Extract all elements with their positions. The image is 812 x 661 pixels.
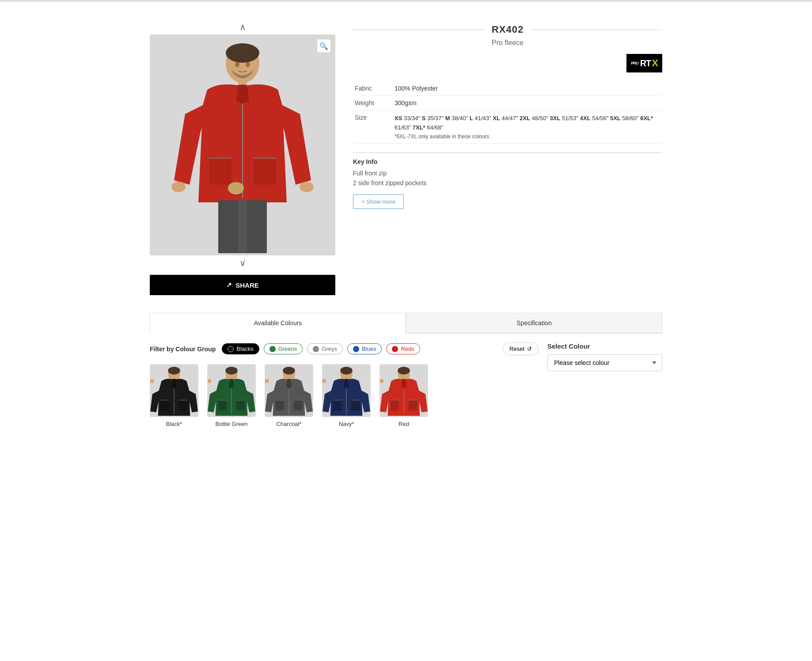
- product-name: Pro fleece: [353, 39, 662, 47]
- zoom-icon: 🔍: [319, 42, 328, 50]
- tabs-row: Available Colours Specification: [150, 313, 662, 334]
- svg-point-3: [235, 62, 239, 67]
- colours-section: Filter by Colour Group Blacks Greens Gre…: [150, 334, 662, 436]
- size-value: XS 33/34" S 35/37" M 38/40" L 41/43" XL …: [393, 110, 662, 144]
- colour-swatch: [207, 364, 256, 417]
- svg-rect-22: [161, 400, 170, 411]
- blues-label: Blues: [362, 346, 376, 352]
- key-info-section: Key Info Full front zip 2 side front zip…: [353, 152, 662, 209]
- svg-rect-31: [218, 400, 227, 411]
- colour-name: Black*: [166, 421, 182, 427]
- title-line-left: [353, 30, 485, 30]
- colour-name: Charcoal*: [276, 421, 301, 427]
- filter-btn-reds[interactable]: Reds: [386, 343, 420, 354]
- svg-rect-38: [265, 379, 269, 383]
- share-label: SHARE: [235, 281, 259, 289]
- colour-item[interactable]: Navy*: [322, 364, 371, 427]
- greens-dot: [269, 346, 276, 352]
- image-nav-down[interactable]: ∨: [237, 255, 248, 270]
- colour-name: Red: [398, 421, 409, 427]
- svg-rect-20: [150, 379, 154, 383]
- greys-label: Greys: [322, 346, 337, 352]
- svg-point-28: [225, 367, 237, 375]
- product-top-section: ∧ 🔍: [150, 11, 662, 304]
- reset-button[interactable]: Reset ↺: [503, 342, 539, 355]
- fabric-label: Fabric: [353, 81, 393, 96]
- blacks-label: Blacks: [236, 346, 253, 352]
- colour-swatch: [379, 364, 428, 417]
- key-info-title: Key Info: [353, 158, 662, 165]
- svg-rect-32: [236, 400, 245, 411]
- filter-btn-greens[interactable]: Greens: [264, 343, 303, 354]
- key-info-item-1: Full front zip: [353, 170, 662, 177]
- svg-rect-58: [391, 400, 399, 411]
- reds-dot: [392, 346, 398, 352]
- image-nav: ∧ 🔍: [150, 19, 335, 270]
- svg-point-19: [168, 367, 180, 375]
- svg-rect-56: [380, 379, 383, 383]
- show-more-button[interactable]: + Show more: [353, 194, 404, 209]
- zoom-button[interactable]: 🔍: [317, 39, 331, 53]
- blues-dot: [353, 346, 359, 352]
- greens-label: Greens: [278, 346, 297, 352]
- colour-name: Navy*: [339, 421, 354, 427]
- filter-row: Filter by Colour Group Blacks Greens Gre…: [150, 342, 539, 355]
- filter-label: Filter by Colour Group: [150, 346, 216, 353]
- svg-rect-41: [294, 400, 303, 411]
- brand-box: PRO RT X: [626, 54, 662, 72]
- colour-select-dropdown[interactable]: Please select colour Black* Bottle Green…: [547, 354, 662, 371]
- svg-rect-50: [351, 400, 360, 411]
- key-info-item-2: 2 side front zipped pockets: [353, 179, 662, 186]
- filter-btn-blues[interactable]: Blues: [347, 343, 382, 354]
- colour-item[interactable]: Bottle Green: [207, 364, 256, 427]
- fabric-row: Fabric 100% Polyester: [353, 81, 662, 96]
- svg-point-2: [226, 43, 259, 63]
- colour-swatch: [265, 364, 313, 417]
- svg-rect-47: [323, 379, 326, 383]
- share-button[interactable]: ↗ SHARE: [150, 275, 335, 295]
- filter-btn-greys[interactable]: Greys: [307, 343, 343, 354]
- svg-point-4: [246, 62, 250, 67]
- reds-label: Reds: [401, 346, 414, 352]
- svg-point-55: [398, 367, 410, 375]
- image-nav-up[interactable]: ∧: [237, 19, 248, 34]
- svg-rect-12: [218, 200, 238, 253]
- image-column: ∧ 🔍: [150, 19, 335, 295]
- colour-grid: Black* Bottle Green: [150, 364, 539, 427]
- brand-logo: PRO RT X: [353, 54, 662, 72]
- product-code: RX402: [485, 24, 531, 35]
- tab-specification[interactable]: Specification: [406, 313, 662, 333]
- svg-rect-40: [276, 400, 285, 411]
- brand-x-text: X: [652, 57, 658, 69]
- colour-name: Bottle Green: [216, 421, 248, 427]
- size-note: *6XL-7XL only available in these colours: [395, 133, 489, 140]
- main-product-image: 🔍: [150, 34, 335, 255]
- svg-rect-13: [247, 200, 267, 253]
- weight-row: Weight 300gsm: [353, 96, 662, 110]
- colour-swatch: [150, 364, 198, 417]
- reset-label: Reset: [509, 346, 524, 352]
- svg-rect-29: [208, 379, 211, 383]
- colour-item[interactable]: Black*: [150, 364, 198, 427]
- specs-table: Fabric 100% Polyester Weight 300gsm Size…: [353, 81, 662, 144]
- size-label: Size: [353, 110, 393, 144]
- blacks-dot: [228, 346, 234, 352]
- colour-swatch: [322, 364, 371, 417]
- tab-available-colours[interactable]: Available Colours: [150, 313, 406, 334]
- select-colour-label: Select Colour: [547, 342, 662, 350]
- svg-rect-59: [409, 400, 417, 411]
- brand-rt-text: RT: [640, 58, 651, 68]
- svg-rect-8: [254, 158, 276, 185]
- product-title-row: RX402: [353, 24, 662, 35]
- svg-rect-23: [179, 400, 188, 411]
- reset-icon: ↺: [527, 346, 532, 352]
- size-info: XS 33/34" S 35/37" M 38/40" L 41/43" XL …: [395, 115, 653, 131]
- svg-point-37: [283, 367, 295, 375]
- filter-btn-blacks[interactable]: Blacks: [222, 343, 259, 354]
- select-colour-column: Select Colour Please select colour Black…: [547, 342, 662, 371]
- size-row: Size XS 33/34" S 35/37" M 38/40" L 41/43…: [353, 110, 662, 144]
- title-line-right: [531, 30, 662, 30]
- colour-item[interactable]: Red: [379, 364, 428, 427]
- svg-rect-49: [333, 400, 342, 411]
- colour-item[interactable]: Charcoal*: [265, 364, 313, 427]
